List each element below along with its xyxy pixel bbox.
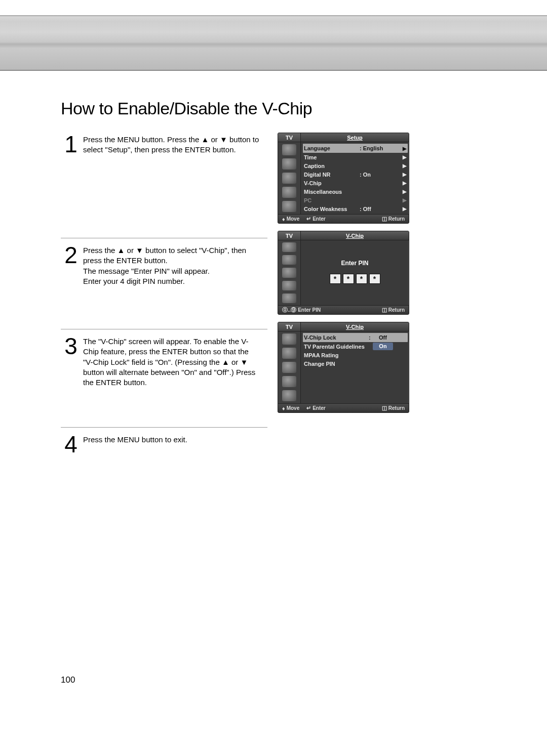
menu-item-tv-parental[interactable]: TV Parental Guidelines On [304, 342, 407, 351]
updown-icon: ♦ [282, 405, 285, 411]
sidebar-icon [282, 333, 296, 345]
value-pill: Off [373, 334, 393, 342]
divider [61, 427, 267, 428]
menu-item-language[interactable]: Language : English ▶ [303, 144, 408, 153]
osd-title: Setup [301, 133, 409, 142]
sidebar-icon [282, 173, 296, 184]
osd-footer: ⓪..⑨Enter PIN ◫Return [278, 305, 409, 314]
menu-item-digital-nr[interactable]: Digital NR : On ▶ [304, 170, 407, 179]
step-4: 4 Press the MENU button to exit. [61, 433, 268, 456]
chevron-right-icon: ▶ [402, 172, 407, 177]
sidebar-icon [282, 255, 296, 265]
page-content: How to Enable/Disable the V-Chip 1 Press… [0, 71, 547, 461]
step-3: 3 The "V-Chip" screen will appear. To en… [61, 334, 268, 388]
chevron-right-icon: ▶ [402, 154, 407, 160]
menu-item-mpaa[interactable]: MPAA Rating [304, 351, 407, 359]
pin-digit: * [356, 274, 367, 284]
enter-icon: ↵ [306, 405, 311, 411]
sidebar-icon [282, 293, 296, 303]
step-text: Press the MENU button. Press the ▲ or ▼ … [83, 133, 260, 155]
step-2: 2 Press the ▲ or ▼ button to select "V-C… [61, 243, 268, 286]
enter-pin-label: Enter PIN [341, 260, 368, 267]
sidebar-icon [282, 144, 296, 155]
sidebar-icon [282, 281, 296, 290]
step-number: 4 [61, 433, 81, 456]
menu-item-change-pin[interactable]: Change PIN [304, 359, 407, 368]
osd-footer: ♦Move ↵Enter ◫Return [278, 403, 409, 412]
return-icon: ◫ [382, 216, 387, 222]
osd-title: V-Chip [301, 322, 409, 331]
pin-input[interactable]: * * * * [330, 274, 380, 284]
chevron-right-icon: ▶ [402, 197, 407, 203]
chevron-right-icon: ▶ [402, 146, 407, 151]
step-1: 1 Press the MENU button. Press the ▲ or … [61, 133, 268, 156]
return-icon: ◫ [382, 405, 387, 411]
osd-setup-menu: TV Setup Language : English ▶ [278, 133, 409, 224]
chevron-right-icon: ▶ [402, 189, 407, 194]
osd-footer: ♦Move ↵Enter ◫Return [278, 214, 409, 223]
osd-tv-label: TV [278, 231, 301, 240]
page-number: 100 [61, 675, 75, 685]
chevron-right-icon: ▶ [402, 180, 407, 186]
menu-item-color-weakness[interactable]: Color Weakness : Off ▶ [304, 204, 407, 213]
enter-icon: ↵ [306, 216, 311, 222]
menu-item-caption[interactable]: Caption ▶ [304, 161, 407, 170]
step-text: Press the ▲ or ▼ button to select "V-Chi… [83, 243, 260, 286]
menu-item-vchip-lock[interactable]: V-Chip Lock : Off [303, 333, 408, 342]
menu-item-pc: PC ▶ [304, 196, 407, 204]
pin-digit: * [343, 274, 354, 284]
osd-vchip-menu: TV V-Chip V-Chip Lock : Off [278, 322, 409, 413]
osd-tv-label: TV [278, 322, 301, 331]
osd-enter-pin: TV V-Chip Enter PIN * * * * [278, 231, 409, 315]
header-bar [0, 15, 547, 71]
sidebar-icon [282, 390, 296, 401]
step-number: 2 [61, 243, 81, 267]
sidebar-icon [282, 187, 296, 198]
step-number: 3 [61, 334, 81, 358]
osd-title: V-Chip [301, 231, 409, 240]
pin-digit: * [330, 274, 341, 284]
sidebar-icon [282, 158, 296, 170]
pin-digit: * [369, 274, 380, 284]
step-number: 1 [61, 133, 81, 156]
sidebar-icon [282, 242, 296, 252]
page-title: How to Enable/Disable the V-Chip [61, 99, 486, 118]
updown-icon: ♦ [282, 216, 285, 222]
sidebar-icon [282, 201, 296, 212]
menu-item-misc[interactable]: Miscellaneous ▶ [304, 187, 407, 196]
value-pill: On [373, 343, 393, 350]
numeric-icon: ⓪..⑨ [282, 306, 296, 314]
divider [61, 238, 267, 238]
chevron-right-icon: ▶ [402, 206, 407, 212]
sidebar-icon [282, 348, 296, 359]
menu-item-time[interactable]: Time ▶ [304, 153, 407, 161]
chevron-right-icon: ▶ [402, 163, 407, 169]
return-icon: ◫ [382, 307, 387, 313]
step-text: The "V-Chip" screen will appear. To enab… [83, 334, 260, 388]
osd-sidebar [278, 331, 301, 403]
menu-item-vchip[interactable]: V-Chip ▶ [304, 179, 407, 187]
osd-sidebar [278, 142, 301, 214]
osd-sidebar [278, 240, 301, 305]
divider [61, 329, 267, 329]
sidebar-icon [282, 362, 296, 373]
step-text: Press the MENU button to exit. [83, 433, 187, 445]
sidebar-icon [282, 376, 296, 387]
osd-tv-label: TV [278, 133, 301, 142]
sidebar-icon [282, 268, 296, 277]
